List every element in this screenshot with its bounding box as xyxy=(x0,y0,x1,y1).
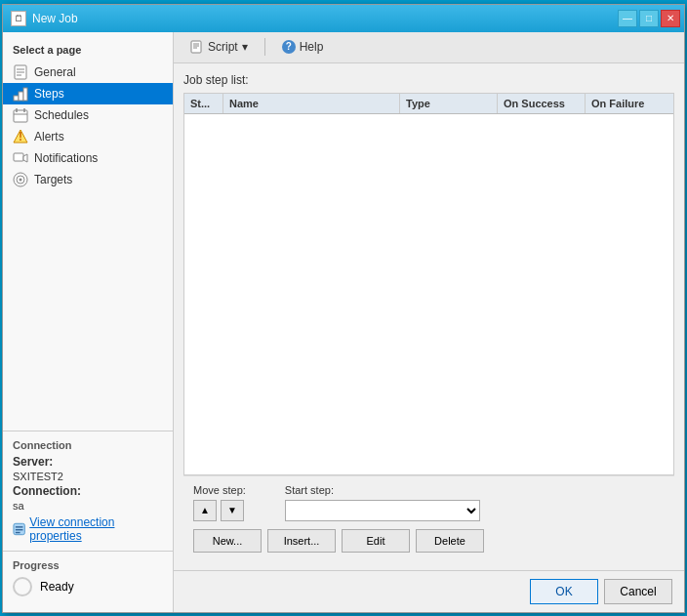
sidebar-item-label-targets: Targets xyxy=(34,173,72,186)
col-type: Type xyxy=(400,94,498,113)
window-title: New Job xyxy=(32,12,78,25)
table-header: St... Name Type On Success On Failure xyxy=(184,94,673,114)
main-content: Select a page General Steps Schedules xyxy=(3,32,684,612)
connection-section: Connection Server: SXITEST2 Connection: … xyxy=(3,431,173,551)
ok-button[interactable]: OK xyxy=(530,579,598,604)
insert-button[interactable]: Insert... xyxy=(267,529,336,553)
move-down-button[interactable]: ▼ xyxy=(221,500,244,521)
close-button[interactable]: ✕ xyxy=(661,10,680,27)
footer: OK Cancel xyxy=(174,570,684,612)
notifications-icon xyxy=(13,150,28,166)
title-buttons: — □ ✕ xyxy=(618,10,680,27)
move-step-group: Move step: ▲ ▼ xyxy=(193,484,246,521)
window-icon: 🗒 xyxy=(11,11,26,26)
svg-rect-19 xyxy=(16,526,23,527)
script-dropdown-arrow[interactable]: ▾ xyxy=(242,40,248,54)
connection-label: Connection: xyxy=(13,484,163,498)
svg-rect-20 xyxy=(16,529,23,530)
server-value: SXITEST2 xyxy=(13,471,163,482)
bottom-controls: Move step: ▲ ▼ Start step: xyxy=(183,475,674,560)
right-panel: Script ▾ ? Help Job step list: St... Nam… xyxy=(174,32,684,612)
progress-spinner xyxy=(13,577,32,596)
sidebar-item-label-alerts: Alerts xyxy=(34,130,64,144)
main-window: 🗒 New Job — □ ✕ Select a page General St xyxy=(2,4,685,613)
delete-button[interactable]: Delete xyxy=(416,529,484,553)
connection-title: Connection xyxy=(13,439,163,451)
alerts-icon: ! xyxy=(13,129,28,144)
svg-rect-22 xyxy=(191,41,201,53)
sidebar-item-label-general: General xyxy=(34,65,76,79)
move-up-button[interactable]: ▲ xyxy=(193,500,217,521)
col-name: Name xyxy=(223,94,400,113)
maximize-button[interactable]: □ xyxy=(639,10,659,27)
start-step-group: Start step: xyxy=(285,484,480,521)
help-label: Help xyxy=(300,40,324,54)
svg-marker-14 xyxy=(23,154,27,162)
general-icon xyxy=(13,64,28,80)
connection-value: sa xyxy=(13,500,163,512)
col-on-success: On Success xyxy=(498,94,586,113)
progress-status: Ready xyxy=(40,580,74,594)
view-connection-link[interactable]: View connection properties xyxy=(13,515,163,543)
title-bar: 🗒 New Job — □ ✕ xyxy=(3,5,684,32)
svg-text:!: ! xyxy=(19,130,22,144)
sidebar-item-label-steps: Steps xyxy=(34,87,64,101)
cancel-button[interactable]: Cancel xyxy=(604,579,672,604)
connection-link-icon xyxy=(13,522,25,536)
new-button[interactable]: New... xyxy=(193,529,262,553)
script-label: Script xyxy=(208,40,238,54)
progress-title: Progress xyxy=(13,559,163,571)
svg-rect-5 xyxy=(19,92,23,101)
sidebar-item-targets[interactable]: Targets xyxy=(3,169,173,190)
edit-button[interactable]: Edit xyxy=(342,529,410,553)
schedules-icon xyxy=(13,107,28,123)
sidebar-item-label-notifications: Notifications xyxy=(34,151,98,165)
svg-rect-4 xyxy=(14,96,19,101)
sidebar-section-title: Select a page xyxy=(3,40,173,62)
help-button[interactable]: ? Help xyxy=(273,36,333,58)
start-step-label: Start step: xyxy=(285,484,480,496)
script-icon xyxy=(190,40,204,54)
sidebar-item-alerts[interactable]: ! Alerts xyxy=(3,126,173,147)
help-icon: ? xyxy=(282,40,296,54)
content-area: Job step list: St... Name Type On Succes… xyxy=(174,63,684,570)
sidebar-item-notifications[interactable]: Notifications xyxy=(3,147,173,169)
svg-rect-13 xyxy=(14,153,23,161)
progress-row: Ready xyxy=(13,577,163,596)
toolbar: Script ▾ ? Help xyxy=(174,32,684,63)
move-buttons: ▲ ▼ xyxy=(193,500,246,521)
sidebar-item-label-schedules: Schedules xyxy=(34,108,89,122)
targets-icon xyxy=(13,172,28,187)
sidebar-item-steps[interactable]: Steps xyxy=(3,83,173,104)
server-label: Server: xyxy=(13,455,163,469)
progress-section: Progress Ready xyxy=(3,551,173,604)
sidebar-item-schedules[interactable]: Schedules xyxy=(3,104,173,126)
steps-icon xyxy=(13,86,28,102)
move-step-label: Move step: xyxy=(193,484,246,496)
move-start-row: Move step: ▲ ▼ Start step: xyxy=(193,484,665,521)
svg-rect-7 xyxy=(14,110,27,122)
start-step-select[interactable] xyxy=(285,500,480,521)
script-button[interactable]: Script ▾ xyxy=(182,36,257,58)
job-step-table: St... Name Type On Success On Failure xyxy=(183,93,674,475)
action-buttons: New... Insert... Edit Delete xyxy=(193,529,665,553)
connection-link-text: View connection properties xyxy=(29,515,163,543)
col-status: St... xyxy=(184,94,223,113)
table-body xyxy=(184,114,673,474)
minimize-button[interactable]: — xyxy=(618,10,637,27)
sidebar-item-general[interactable]: General xyxy=(3,62,173,83)
col-on-failure: On Failure xyxy=(586,94,673,113)
sidebar: Select a page General Steps Schedules xyxy=(3,32,174,612)
job-step-list-label: Job step list: xyxy=(183,73,674,87)
svg-rect-21 xyxy=(16,531,20,532)
svg-rect-6 xyxy=(23,88,27,101)
toolbar-divider xyxy=(264,38,265,56)
title-bar-left: 🗒 New Job xyxy=(11,11,78,26)
svg-point-17 xyxy=(20,178,22,181)
